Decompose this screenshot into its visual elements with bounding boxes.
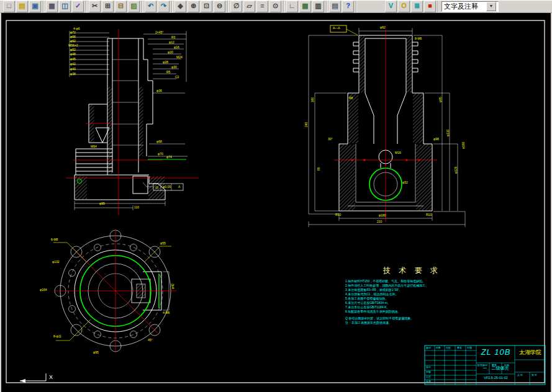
toolbar-right: VO≣■ 文字及注释 ▼ — [383, 1, 499, 12]
toolbar-left-groups: □▤▣▦◫✓✂⊞⊟▨↶↷◈⊕⊡⊖∅▱≡⊙∟▦▥▤? — [1, 1, 357, 12]
print-preview-button[interactable]: ◫ — [59, 1, 71, 12]
new-file-button[interactable]: □ — [3, 1, 15, 12]
calculator-button[interactable]: ▤ — [329, 1, 341, 12]
toolbar-group: ∟▦▥ — [284, 1, 327, 12]
named-views-button[interactable]: V — [385, 1, 397, 12]
locate-point-button[interactable]: ⊙ — [269, 1, 281, 12]
main-toolbar: □▤▣▦◫✓✂⊞⊟▨↶↷◈⊕⊡⊖∅▱≡⊙∟▦▥▤? VO≣■ 文字及注释 ▼ — [0, 0, 552, 13]
chevron-down-icon[interactable]: ▼ — [486, 2, 496, 11]
zoom-window-button[interactable]: ⊡ — [201, 1, 212, 12]
redo-button[interactable]: ↷ — [158, 1, 170, 12]
undo-button[interactable]: ↶ — [145, 1, 156, 12]
toolbar-group: ✂⊞⊟▨ — [87, 1, 142, 12]
toolbar-group: ↶↷ — [143, 1, 172, 12]
toolbar-group: □▤▣ — [1, 1, 43, 12]
match-properties-button[interactable]: ▨ — [128, 1, 140, 12]
help-button[interactable]: ? — [342, 1, 354, 12]
distance-button[interactable]: ∅ — [230, 1, 242, 12]
zoom-realtime-button[interactable]: ⊕ — [188, 1, 199, 12]
toolbar-right-group: VO≣■ — [383, 1, 438, 12]
toolbar-group: ∅▱≡⊙ — [228, 1, 284, 12]
layer-combo[interactable]: 文字及注释 ▼ — [441, 1, 499, 12]
toolbar-group: ▤? — [327, 1, 356, 12]
spell-check-button[interactable]: ✓ — [72, 1, 84, 12]
layers-button[interactable]: ≣ — [411, 1, 423, 12]
copy-button[interactable]: ⊞ — [102, 1, 114, 12]
cad-window: □▤▣▦◫✓✂⊞⊟▨↶↷◈⊕⊡⊖∅▱≡⊙∟▦▥▤? VO≣■ 文字及注释 ▼ — [0, 0, 552, 392]
list-button[interactable]: ≡ — [256, 1, 268, 12]
paste-button[interactable]: ⊟ — [115, 1, 127, 12]
save-button[interactable]: ▣ — [29, 1, 41, 12]
open-file-button[interactable]: ▤ — [16, 1, 28, 12]
area-button[interactable]: ▱ — [243, 1, 255, 12]
zoom-previous-button[interactable]: ⊖ — [214, 1, 225, 12]
layer-combo-value: 文字及注释 — [444, 2, 478, 11]
cut-button[interactable]: ✂ — [89, 1, 101, 12]
print-button[interactable]: ▦ — [46, 1, 58, 12]
object-snap-button[interactable]: O — [398, 1, 410, 12]
drawing-canvas[interactable] — [1, 13, 551, 392]
osnap-button[interactable]: ▥ — [312, 1, 324, 12]
toolbar-group: ◈⊕⊡⊖ — [173, 1, 228, 12]
grid-button[interactable]: ▦ — [299, 1, 311, 12]
ortho-button[interactable]: ∟ — [286, 1, 298, 12]
toolbar-group: ▦◫✓ — [44, 1, 86, 12]
color-control-button[interactable]: ■ — [424, 1, 436, 12]
pan-button[interactable]: ◈ — [174, 1, 186, 12]
